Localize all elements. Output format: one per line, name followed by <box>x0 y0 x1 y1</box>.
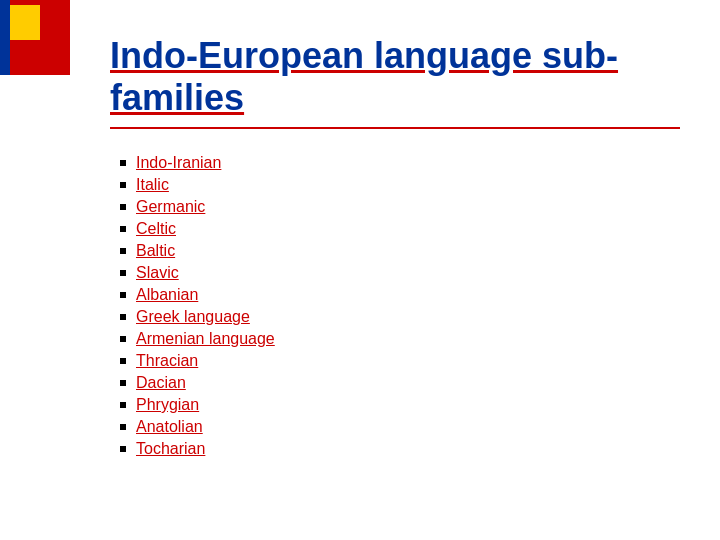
list-item: Armenian language <box>120 330 680 348</box>
language-link-0[interactable]: Indo-Iranian <box>136 154 221 172</box>
language-link-2[interactable]: Germanic <box>136 198 205 216</box>
language-link-5[interactable]: Slavic <box>136 264 179 282</box>
title-area: Indo-European language sub-families <box>110 35 680 129</box>
language-link-1[interactable]: Italic <box>136 176 169 194</box>
bullet-dot <box>120 160 126 166</box>
list-item: Thracian <box>120 352 680 370</box>
bullet-dot <box>120 182 126 188</box>
list-item: Dacian <box>120 374 680 392</box>
deco-blue-block <box>0 0 10 75</box>
language-list: Indo-IranianItalicGermanicCelticBalticSl… <box>120 154 680 458</box>
language-link-10[interactable]: Dacian <box>136 374 186 392</box>
bullet-dot <box>120 270 126 276</box>
language-link-4[interactable]: Baltic <box>136 242 175 260</box>
bullet-dot <box>120 424 126 430</box>
list-item: Germanic <box>120 198 680 216</box>
deco-yellow-block <box>5 5 40 40</box>
bullet-dot <box>120 292 126 298</box>
language-link-13[interactable]: Tocharian <box>136 440 205 458</box>
language-link-12[interactable]: Anatolian <box>136 418 203 436</box>
language-link-7[interactable]: Greek language <box>136 308 250 326</box>
bullet-dot <box>120 226 126 232</box>
bullet-dot <box>120 248 126 254</box>
language-link-11[interactable]: Phrygian <box>136 396 199 414</box>
bullet-dot <box>120 358 126 364</box>
list-item: Baltic <box>120 242 680 260</box>
list-item: Greek language <box>120 308 680 326</box>
list-item: Indo-Iranian <box>120 154 680 172</box>
list-item: Albanian <box>120 286 680 304</box>
slide-title: Indo-European language sub-families <box>110 35 618 118</box>
list-item: Phrygian <box>120 396 680 414</box>
decorative-corner <box>0 0 70 75</box>
slide-container: Indo-European language sub-families Indo… <box>0 0 720 540</box>
bullet-dot <box>120 402 126 408</box>
list-item: Anatolian <box>120 418 680 436</box>
language-link-3[interactable]: Celtic <box>136 220 176 238</box>
list-item: Slavic <box>120 264 680 282</box>
language-link-9[interactable]: Thracian <box>136 352 198 370</box>
language-link-8[interactable]: Armenian language <box>136 330 275 348</box>
list-item: Celtic <box>120 220 680 238</box>
bullet-dot <box>120 380 126 386</box>
list-item: Tocharian <box>120 440 680 458</box>
list-item: Italic <box>120 176 680 194</box>
content-area: Indo-IranianItalicGermanicCelticBalticSl… <box>120 154 680 458</box>
bullet-dot <box>120 336 126 342</box>
language-link-6[interactable]: Albanian <box>136 286 198 304</box>
bullet-dot <box>120 314 126 320</box>
bullet-dot <box>120 446 126 452</box>
bullet-dot <box>120 204 126 210</box>
